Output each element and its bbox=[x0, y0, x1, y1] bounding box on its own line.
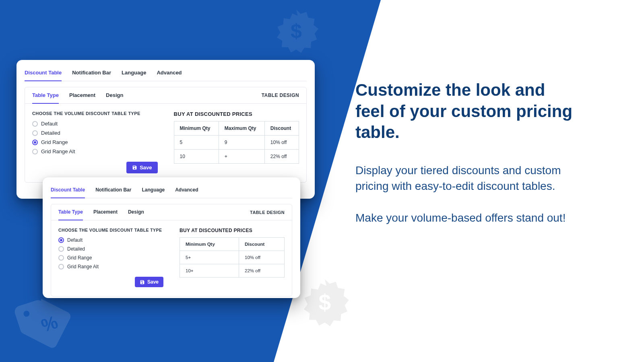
save-button-label: Save bbox=[140, 165, 152, 171]
table-design-link[interactable]: TABLE DESIGN bbox=[250, 210, 285, 215]
radio-label: Grid Range Alt bbox=[41, 148, 75, 154]
table-row: 10+22% off bbox=[174, 150, 299, 164]
table-cell: 5 bbox=[174, 136, 219, 150]
marketing-paragraph-1: Display your tiered discounts and custom… bbox=[355, 162, 577, 194]
radio-label: Default bbox=[41, 121, 58, 127]
sub-tabs: Table Type Placement Design bbox=[58, 204, 144, 220]
settings-panel: Table Type Placement Design TABLE DESIGN… bbox=[25, 87, 307, 183]
radio-label: Grid Range bbox=[41, 139, 68, 145]
radio-indicator bbox=[58, 264, 64, 269]
save-button-label: Save bbox=[147, 279, 159, 285]
tab-discount-table[interactable]: Discount Table bbox=[25, 66, 62, 81]
svg-text:$: $ bbox=[319, 290, 331, 315]
table-cell: 22% off bbox=[239, 264, 285, 278]
radio-indicator bbox=[32, 149, 38, 154]
save-button[interactable]: Save bbox=[135, 277, 163, 287]
table-cell: + bbox=[219, 150, 264, 164]
dollar-badge-icon: $ bbox=[299, 278, 351, 330]
radio-indicator bbox=[32, 140, 38, 145]
pricing-table: Minimum QtyMaximum QtyDiscount 5910% off… bbox=[174, 121, 299, 164]
column-header: Minimum Qty bbox=[180, 238, 239, 251]
table-cell: 10% off bbox=[239, 251, 285, 264]
section-label: CHOOSE THE VOLUME DISCOUNT TABLE TYPE bbox=[58, 228, 163, 232]
tab-discount-table[interactable]: Discount Table bbox=[51, 184, 85, 198]
table-cell: 5+ bbox=[180, 251, 239, 264]
top-tabs: Discount Table Notification Bar Language… bbox=[51, 181, 292, 198]
radio-label: Grid Range Alt bbox=[67, 264, 99, 269]
save-button[interactable]: Save bbox=[126, 162, 157, 173]
radio-indicator bbox=[58, 255, 64, 261]
tab-notification-bar[interactable]: Notification Bar bbox=[95, 184, 131, 198]
tab-advanced[interactable]: Advanced bbox=[175, 184, 198, 198]
radio-default[interactable]: Default bbox=[32, 121, 158, 127]
tab-notification-bar[interactable]: Notification Bar bbox=[72, 66, 111, 81]
sub-tabs: Table Type Placement Design bbox=[32, 87, 123, 103]
preview-title: BUY AT DISCOUNTED PRICES bbox=[180, 228, 285, 233]
column-header: Discount bbox=[264, 121, 299, 136]
marketing-headline: Customize the look and feel of your cust… bbox=[355, 80, 577, 143]
table-row: 10+22% off bbox=[180, 264, 285, 278]
column-header: Minimum Qty bbox=[174, 121, 219, 136]
subtab-placement[interactable]: Placement bbox=[69, 87, 95, 103]
radio-grid-range[interactable]: Grid Range bbox=[58, 255, 163, 261]
section-label: CHOOSE THE VOLUME DISCOUNT TABLE TYPE bbox=[32, 111, 158, 116]
radio-indicator bbox=[32, 121, 38, 127]
column-header: Maximum Qty bbox=[219, 121, 264, 136]
subtab-design[interactable]: Design bbox=[128, 204, 144, 220]
radio-default[interactable]: Default bbox=[58, 237, 163, 243]
top-tabs: Discount Table Notification Bar Language… bbox=[25, 64, 307, 81]
table-cell: 22% off bbox=[264, 150, 299, 164]
subtab-placement[interactable]: Placement bbox=[93, 204, 118, 220]
table-row: 5910% off bbox=[174, 136, 299, 150]
subtab-design[interactable]: Design bbox=[106, 87, 123, 103]
radio-indicator bbox=[32, 130, 38, 136]
radio-label: Detailed bbox=[67, 246, 85, 252]
radio-detailed[interactable]: Detailed bbox=[32, 130, 158, 136]
radio-indicator bbox=[58, 246, 64, 252]
screenshot-card-default: Discount Table Notification Bar Language… bbox=[43, 177, 300, 298]
settings-panel: Table Type Placement Design TABLE DESIGN… bbox=[51, 204, 292, 296]
save-icon bbox=[140, 280, 145, 285]
radio-grid-range-alt[interactable]: Grid Range Alt bbox=[32, 148, 158, 154]
radio-detailed[interactable]: Detailed bbox=[58, 246, 163, 252]
tab-language[interactable]: Language bbox=[142, 184, 165, 198]
subtab-table-type[interactable]: Table Type bbox=[58, 204, 83, 220]
marketing-copy: Customize the look and feel of your cust… bbox=[355, 80, 577, 242]
table-cell: 10% off bbox=[264, 136, 299, 150]
dollar-badge-icon: $ bbox=[272, 8, 320, 56]
radio-label: Grid Range bbox=[67, 255, 92, 261]
marketing-paragraph-2: Make your volume-based offers stand out! bbox=[355, 210, 577, 226]
column-header: Discount bbox=[239, 238, 285, 251]
table-cell: 10 bbox=[174, 150, 219, 164]
radio-label: Detailed bbox=[41, 130, 60, 136]
preview-title: BUY AT DISCOUNTED PRICES bbox=[174, 111, 299, 117]
tab-advanced[interactable]: Advanced bbox=[157, 66, 182, 81]
table-cell: 9 bbox=[219, 136, 264, 150]
radio-indicator bbox=[58, 237, 64, 243]
subtab-table-type[interactable]: Table Type bbox=[32, 87, 59, 104]
pricing-table: Minimum QtyDiscount 5+10% off10+22% off bbox=[180, 237, 285, 278]
table-row: 5+10% off bbox=[180, 251, 285, 264]
table-cell: 10+ bbox=[180, 264, 239, 278]
radio-label: Default bbox=[67, 237, 83, 243]
tab-language[interactable]: Language bbox=[122, 66, 146, 81]
table-design-link[interactable]: TABLE DESIGN bbox=[262, 93, 299, 98]
radio-grid-range[interactable]: Grid Range bbox=[32, 139, 158, 145]
radio-grid-range-alt[interactable]: Grid Range Alt bbox=[58, 264, 163, 269]
save-icon bbox=[132, 165, 137, 170]
svg-text:$: $ bbox=[291, 19, 302, 42]
